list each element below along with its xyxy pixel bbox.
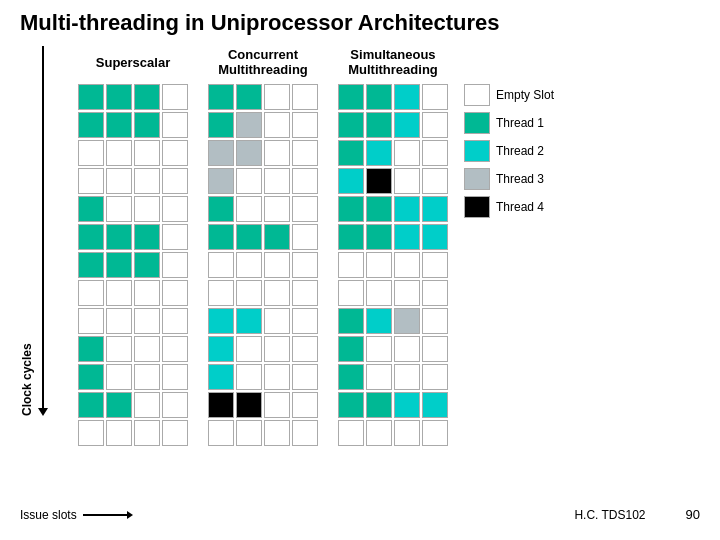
cell (422, 252, 448, 278)
cell (292, 224, 318, 250)
cell (292, 252, 318, 278)
cell (162, 168, 188, 194)
cell (366, 336, 392, 362)
cell (394, 196, 420, 222)
cell (134, 364, 160, 390)
cell (134, 420, 160, 446)
cell (236, 168, 262, 194)
cell (162, 84, 188, 110)
cell (394, 420, 420, 446)
cell (338, 112, 364, 138)
cell (78, 140, 104, 166)
cell (366, 308, 392, 334)
cell (264, 224, 290, 250)
cell (366, 392, 392, 418)
cell (78, 84, 104, 110)
cell (338, 224, 364, 250)
cell (292, 420, 318, 446)
cell (134, 224, 160, 250)
cell (338, 364, 364, 390)
cell (78, 224, 104, 250)
cell (162, 280, 188, 306)
cell (208, 112, 234, 138)
cell (394, 252, 420, 278)
svg-marker-1 (127, 511, 133, 519)
cell (78, 420, 104, 446)
cell (208, 168, 234, 194)
section-superscalar: Superscalar (78, 46, 188, 446)
cell (134, 84, 160, 110)
cell (394, 224, 420, 250)
cell (292, 84, 318, 110)
section-simultaneous: SimultaneousMultithreading (338, 46, 448, 446)
cell (236, 308, 262, 334)
cell (264, 392, 290, 418)
cell (78, 252, 104, 278)
cell (338, 140, 364, 166)
cell (208, 392, 234, 418)
cell (134, 392, 160, 418)
cell (366, 84, 392, 110)
cell (264, 112, 290, 138)
cell (162, 252, 188, 278)
cell (106, 168, 132, 194)
cell (106, 112, 132, 138)
legend-label-text: Thread 4 (496, 200, 544, 214)
issue-slots-label: Issue slots (20, 508, 133, 522)
cell (338, 336, 364, 362)
cell (422, 140, 448, 166)
cell (264, 336, 290, 362)
legend-color-box (464, 84, 490, 106)
cell (292, 308, 318, 334)
cell (134, 252, 160, 278)
cell (78, 112, 104, 138)
cell (422, 364, 448, 390)
cell (422, 112, 448, 138)
legend-item: Thread 4 (464, 196, 554, 218)
cell (366, 280, 392, 306)
cell (264, 252, 290, 278)
cell (394, 308, 420, 334)
cell (366, 364, 392, 390)
legend-item: Empty Slot (464, 84, 554, 106)
cell (208, 140, 234, 166)
cell (338, 280, 364, 306)
cell (208, 308, 234, 334)
cell (264, 140, 290, 166)
cell (106, 252, 132, 278)
cell (106, 84, 132, 110)
cell (162, 420, 188, 446)
cell (78, 196, 104, 222)
cell (162, 392, 188, 418)
legend-label-text: Empty Slot (496, 88, 554, 102)
cell (78, 336, 104, 362)
cell (366, 168, 392, 194)
cell (366, 140, 392, 166)
cell (134, 140, 160, 166)
cell (366, 252, 392, 278)
cell (394, 364, 420, 390)
cell (236, 140, 262, 166)
cell (106, 336, 132, 362)
grid-superscalar (78, 84, 188, 446)
cell (208, 84, 234, 110)
cell (236, 252, 262, 278)
cell (162, 224, 188, 250)
cell (78, 168, 104, 194)
cell (394, 84, 420, 110)
legend: Empty SlotThread 1Thread 2Thread 3Thread… (464, 84, 554, 218)
cell (236, 196, 262, 222)
cell (106, 140, 132, 166)
cell (264, 84, 290, 110)
cell (422, 420, 448, 446)
section-concurrent: ConcurrentMultithreading (208, 46, 318, 446)
cell (394, 168, 420, 194)
cell (264, 196, 290, 222)
page-title: Multi-threading in Uniprocessor Architec… (20, 10, 700, 36)
cell (422, 280, 448, 306)
cell (338, 308, 364, 334)
cell (208, 196, 234, 222)
cell (394, 112, 420, 138)
cell (292, 392, 318, 418)
cell (338, 84, 364, 110)
